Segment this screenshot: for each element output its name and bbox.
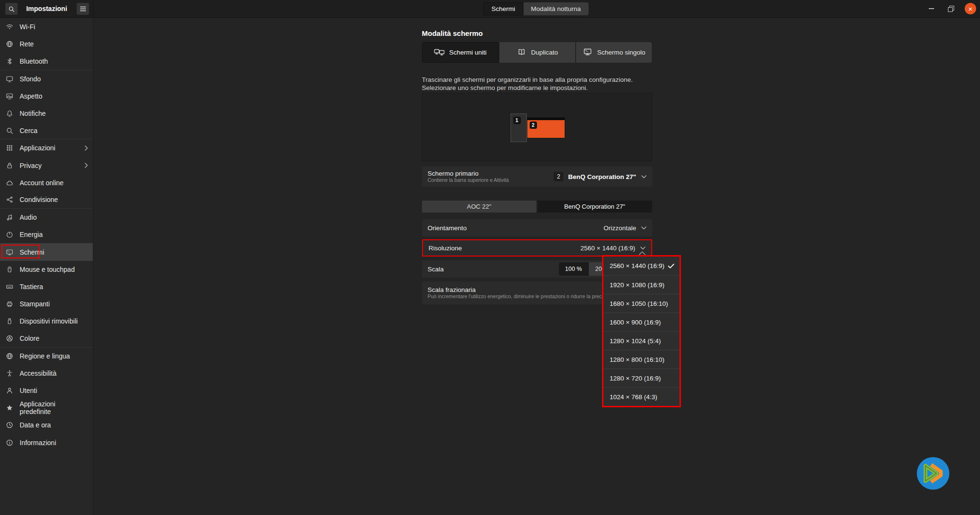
- sidebar-item-label: Sfondo: [20, 75, 41, 83]
- sidebar-item-stampanti[interactable]: Stampanti: [0, 295, 93, 313]
- resolution-option-1280-1024-5-4-[interactable]: 1280 × 1024 (5:4): [603, 331, 679, 350]
- monitor-tab-benq-corporation-27-[interactable]: BenQ Corporation 27": [537, 201, 652, 213]
- sidebar-item-audio[interactable]: Audio: [0, 209, 93, 226]
- power-icon: [6, 231, 13, 238]
- sidebar-header: Impostazioni: [0, 0, 93, 17]
- wallpaper-icon: [6, 75, 13, 83]
- restore-icon: [948, 6, 954, 12]
- removable-icon: [6, 317, 13, 325]
- printer-icon: [6, 300, 13, 308]
- resolution-dropdown-menu: 2560 × 1440 (16:9)1920 × 1080 (16:9)1680…: [602, 255, 681, 407]
- sidebar-item-tastiera[interactable]: Tastiera: [0, 278, 93, 295]
- restore-button[interactable]: [945, 3, 957, 14]
- chevron-right-icon: [85, 146, 88, 151]
- sidebar-item-applicazioni[interactable]: Applicazioni: [0, 139, 93, 157]
- monitor-tab-aoc-22-[interactable]: AOC 22": [422, 201, 537, 213]
- star-icon: [6, 404, 13, 412]
- primary-display-subtitle: Contiene la barra superiore e Attività: [428, 177, 554, 183]
- audio-icon: [6, 213, 13, 221]
- resolution-option-label: 2560 × 1440 (16:9): [610, 262, 664, 269]
- sidebar-item-aspetto[interactable]: Aspetto: [0, 88, 93, 105]
- resolution-row[interactable]: Risoluzione 2560 × 1440 (16:9): [422, 239, 652, 257]
- display-1-badge: 1: [513, 117, 521, 124]
- mouse-icon: [6, 266, 13, 273]
- appearance-icon: [6, 92, 13, 100]
- sidebar-item-accessibilit-[interactable]: Accessibilità: [0, 365, 93, 382]
- sidebar-item-label: Account online: [20, 179, 64, 187]
- primary-display-value: BenQ Corporation 27": [568, 173, 636, 180]
- header-bar: Impostazioni SchermiModalità notturna ×: [0, 0, 980, 18]
- sidebar-item-informazioni[interactable]: Informazioni: [0, 434, 93, 451]
- sidebar-item-colore[interactable]: Colore: [0, 330, 93, 347]
- resolution-option-label: 1920 × 1080 (16:9): [610, 281, 664, 289]
- resolution-option-1600-900-16-9-[interactable]: 1600 × 900 (16:9): [603, 313, 679, 331]
- resolution-option-1680-1050-16-10-[interactable]: 1680 × 1050 (16:10): [603, 294, 679, 313]
- sidebar-item-sfondo[interactable]: Sfondo: [0, 70, 93, 88]
- display-mode-schermo-singolo[interactable]: Schermo singolo: [576, 42, 652, 63]
- sidebar-item-bluetooth[interactable]: Bluetooth: [0, 53, 93, 70]
- monitor-tabs: AOC 22"BenQ Corporation 27": [422, 201, 652, 213]
- sidebar-item-condivisione[interactable]: Condivisione: [0, 191, 93, 209]
- ds-watermark-logo: [911, 451, 956, 496]
- resolution-option-label: 1280 × 1024 (5:4): [610, 337, 661, 345]
- sidebar-item-data-e-ora[interactable]: Data e ora: [0, 416, 93, 434]
- sidebar-item-account-online[interactable]: Account online: [0, 174, 93, 191]
- sidebar-item-label: Mouse e touchpad: [20, 266, 75, 273]
- sidebar-item-label: Utenti: [20, 387, 37, 394]
- color-icon: [6, 335, 13, 342]
- resolution-option-1920-1080-16-9-[interactable]: 1920 × 1080 (16:9): [603, 275, 679, 294]
- sidebar-item-rete[interactable]: Rete: [0, 35, 93, 53]
- display-1-thumbnail[interactable]: 1: [511, 113, 527, 142]
- section-title: Modalità schermo: [422, 30, 652, 37]
- display-mode-buttons: Schermi unitiDuplicatoSchermo singolo: [422, 42, 652, 63]
- view-tab-modalita-notturna[interactable]: Modalità notturna: [523, 2, 589, 15]
- sidebar-item-mouse-e-touchpad[interactable]: Mouse e touchpad: [0, 261, 93, 278]
- sidebar-item-label: Accessibilità: [20, 369, 56, 377]
- resolution-option-1280-800-16-10-[interactable]: 1280 × 800 (16:10): [603, 350, 679, 369]
- close-button[interactable]: ×: [965, 3, 976, 14]
- display-mode-duplicato[interactable]: Duplicato: [500, 42, 575, 63]
- resolution-option-2560-1440-16-9-[interactable]: 2560 × 1440 (16:9): [603, 257, 679, 275]
- share-icon: [6, 196, 13, 203]
- sidebar-item-cerca[interactable]: Cerca: [0, 122, 93, 139]
- resolution-option-label: 1600 × 900 (16:9): [610, 319, 661, 326]
- display-arrangement-panel: 1 2: [422, 93, 652, 161]
- view-tab-schermi[interactable]: Schermi: [483, 2, 523, 15]
- sidebar: Wi-FiReteBluetoothSfondoAspettoNotifiche…: [0, 18, 93, 515]
- scale-option-100[interactable]: 100 %: [559, 262, 589, 276]
- join-displays-icon: [434, 48, 445, 56]
- sidebar-item-label: Regione e lingua: [20, 352, 70, 360]
- wifi-icon: [6, 23, 13, 31]
- sidebar-item-schermi[interactable]: Schermi: [0, 243, 93, 260]
- sidebar-item-utenti[interactable]: Utenti: [0, 382, 93, 399]
- sidebar-item-notifiche[interactable]: Notifiche: [0, 105, 93, 122]
- display-mode-label: Schermi uniti: [449, 49, 487, 56]
- display-mode-schermi-uniti[interactable]: Schermi uniti: [422, 42, 499, 63]
- sidebar-item-regione-e-lingua[interactable]: Regione e lingua: [0, 347, 93, 365]
- bluetooth-icon: [6, 57, 13, 65]
- resolution-option-1024-768-4-3-[interactable]: 1024 × 768 (4:3): [603, 387, 679, 406]
- sidebar-item-label: Privacy: [20, 162, 42, 169]
- display-2-thumbnail[interactable]: 2: [527, 117, 565, 138]
- resolution-option-1280-720-16-9-[interactable]: 1280 × 720 (16:9): [603, 369, 679, 387]
- network-icon: [6, 40, 13, 48]
- sidebar-item-label: Applicazioni predefinite: [20, 400, 88, 415]
- sidebar-item-dispositivi-rimovibili[interactable]: Dispositivi rimovibili: [0, 313, 93, 330]
- minimize-button[interactable]: [925, 3, 937, 14]
- sidebar-item-label: Wi-Fi: [20, 23, 35, 31]
- primary-display-row[interactable]: Schermo primario Contiene la barra super…: [422, 167, 652, 187]
- keyboard-icon: [6, 283, 13, 291]
- orientation-label: Orientamento: [428, 224, 604, 232]
- sidebar-item-applicazioni-predefinite[interactable]: Applicazioni predefinite: [0, 399, 93, 416]
- single-display-icon: [583, 48, 592, 56]
- sidebar-item-label: Data e ora: [20, 421, 51, 429]
- orientation-row[interactable]: Orientamento Orizzontale: [422, 219, 652, 236]
- lock-icon: [6, 162, 13, 169]
- menu-button[interactable]: [76, 2, 89, 15]
- sidebar-item-privacy[interactable]: Privacy: [0, 157, 93, 174]
- resolution-option-label: 1280 × 800 (16:10): [610, 356, 664, 363]
- sidebar-item-wi-fi[interactable]: Wi-Fi: [0, 18, 93, 35]
- display-mode-label: Duplicato: [531, 49, 558, 56]
- resolution-option-label: 1680 × 1050 (16:10): [610, 300, 668, 307]
- sidebar-item-energia[interactable]: Energia: [0, 226, 93, 243]
